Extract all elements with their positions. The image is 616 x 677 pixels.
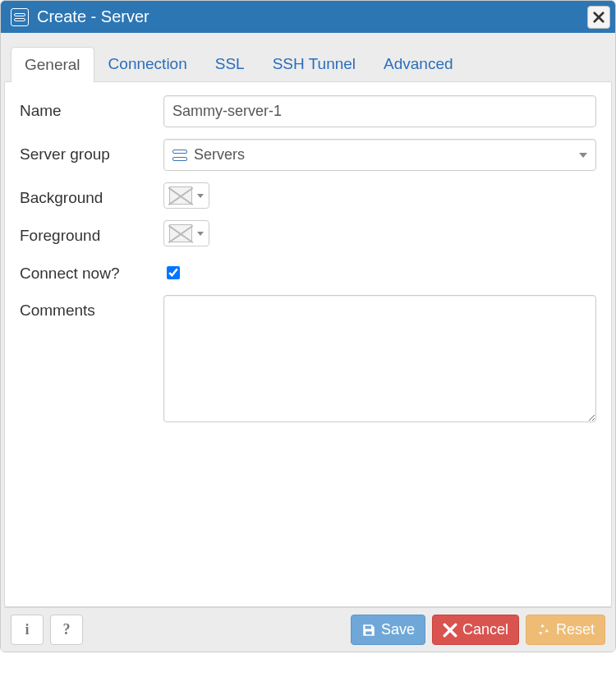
name-label: Name [20, 95, 163, 120]
comments-textarea[interactable] [163, 295, 596, 422]
footer: i ? Save Cancel Reset [4, 607, 612, 652]
save-icon [361, 623, 376, 638]
tab-ssl[interactable]: SSL [201, 46, 259, 81]
chevron-down-icon [197, 232, 204, 236]
name-input[interactable] [163, 95, 596, 127]
recycle-icon [536, 623, 551, 638]
cancel-icon [443, 623, 457, 638]
comments-label: Comments [20, 295, 163, 320]
save-label: Save [381, 621, 415, 638]
server-icon [11, 8, 29, 26]
close-button[interactable] [587, 6, 610, 29]
foreground-label: Foreground [20, 220, 163, 245]
server-group-label: Server group [20, 139, 163, 163]
no-color-swatch-icon [169, 224, 192, 242]
info-button[interactable]: i [11, 615, 44, 645]
info-icon: i [25, 621, 29, 638]
server-group-icon [172, 150, 187, 161]
background-color-picker[interactable] [163, 182, 209, 209]
help-icon: ? [63, 621, 71, 638]
tab-connection[interactable]: Connection [94, 46, 201, 81]
background-label: Background [20, 182, 163, 207]
titlebar[interactable]: Create - Server [1, 1, 615, 33]
help-button[interactable]: ? [50, 615, 83, 645]
chevron-down-icon [579, 153, 587, 158]
general-panel: Name Server group Servers Background [4, 81, 612, 607]
save-button[interactable]: Save [351, 615, 425, 645]
server-group-select[interactable]: Servers [163, 139, 596, 171]
no-color-swatch-icon [169, 187, 192, 205]
tab-general[interactable]: General [11, 47, 94, 82]
close-icon [593, 12, 605, 23]
tab-ssh-tunnel[interactable]: SSH Tunnel [259, 46, 370, 81]
foreground-color-picker[interactable] [163, 220, 209, 246]
create-server-dialog: Create - Server General Connection SSL S… [0, 0, 616, 652]
tabs: General Connection SSL SSH Tunnel Advanc… [4, 36, 612, 81]
reset-button[interactable]: Reset [526, 615, 605, 645]
cancel-button[interactable]: Cancel [432, 615, 519, 645]
connect-now-label: Connect now? [20, 258, 163, 283]
dialog-title: Create - Server [37, 7, 605, 26]
reset-label: Reset [556, 621, 595, 638]
cancel-label: Cancel [462, 621, 508, 638]
server-group-value: Servers [194, 146, 245, 163]
tab-advanced[interactable]: Advanced [370, 46, 467, 81]
connect-now-checkbox[interactable] [167, 266, 180, 279]
chevron-down-icon [197, 194, 204, 198]
